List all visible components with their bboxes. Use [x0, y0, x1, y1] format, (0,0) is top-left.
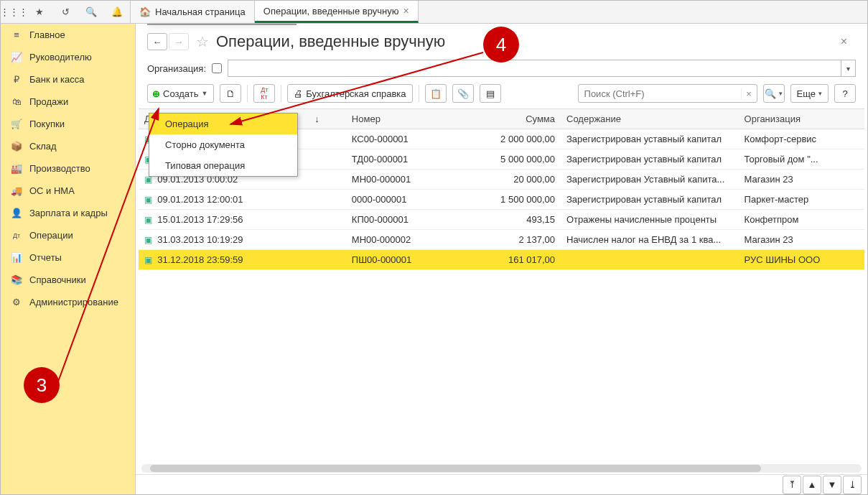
org-input[interactable]: [228, 60, 841, 76]
back-button[interactable]: ←: [147, 33, 167, 50]
more-label: Еще: [797, 88, 816, 99]
refresh-icon: 🗋: [226, 88, 235, 99]
page-title: Операции, введенные вручную: [216, 32, 445, 51]
sidebar-item-operations[interactable]: ДтОперации: [1, 224, 135, 246]
main-content: ← → ☆ Операции, введенные вручную × Орга…: [136, 24, 867, 494]
sidebar-item-warehouse[interactable]: 📦Склад: [1, 135, 135, 157]
nav-up-button[interactable]: ▲: [803, 476, 821, 494]
window-topbar: ⋮⋮⋮ ★ ↺ 🔍 🔔 🏠 Начальная страница Операци…: [1, 1, 867, 24]
col-sort[interactable]: ↓: [309, 109, 346, 129]
tab-home[interactable]: 🏠 Начальная страница: [131, 1, 255, 23]
print-button[interactable]: 🖨 Бухгалтерская справка: [287, 84, 412, 103]
sidebar-label: Справочники: [29, 274, 86, 285]
favorite-icon[interactable]: ☆: [196, 33, 209, 50]
print-icon: 🖨: [294, 88, 303, 99]
col-sum[interactable]: Сумма: [449, 109, 561, 129]
col-desc[interactable]: Содержание: [561, 109, 739, 129]
books-icon: 📚: [11, 274, 22, 285]
sidebar-item-assets[interactable]: 🚚ОС и НМА: [1, 180, 135, 202]
attach-button[interactable]: 📎: [452, 84, 474, 103]
table-row[interactable]: ▣ 09.01.2013 12:00:010000-0000011 500 00…: [139, 190, 864, 210]
help-button[interactable]: ?: [834, 84, 856, 103]
sidebar-item-main[interactable]: ≡Главное: [1, 24, 135, 46]
gear-icon: ⚙: [11, 297, 22, 307]
menu-icon: ≡: [11, 29, 22, 40]
nav-first-button[interactable]: ⤒: [783, 476, 801, 494]
search-input[interactable]: [579, 88, 741, 99]
nav-last-button[interactable]: ⤓: [843, 476, 862, 494]
chevron-down-icon[interactable]: ▾: [841, 60, 855, 76]
sidebar-label: Склад: [29, 141, 57, 152]
sidebar-label: Производство: [29, 163, 90, 174]
sidebar-item-production[interactable]: 🏭Производство: [1, 157, 135, 180]
cart-icon: 🛒: [11, 119, 22, 129]
truck-icon: 🚚: [11, 185, 22, 196]
sidebar-label: Продажи: [29, 96, 68, 107]
create-button[interactable]: ⊕ Создать ▼: [147, 84, 214, 103]
sidebar-item-payroll[interactable]: 👤Зарплата и кадры: [1, 202, 135, 224]
col-org[interactable]: Организация: [739, 109, 850, 129]
create-label: Создать: [163, 88, 198, 99]
copy-icon: 📋: [430, 88, 442, 99]
sidebar-item-sales[interactable]: 🛍Продажи: [1, 91, 135, 113]
factory-icon: 🏭: [11, 163, 22, 174]
search-button[interactable]: 🔍▾: [763, 84, 785, 103]
horizontal-scrollbar[interactable]: [141, 464, 862, 473]
dtkt-icon: Дт: [11, 232, 22, 239]
toolbar: ⊕ Создать ▼ 🗋 ДтКт 🖨 Бухгалтерская справ…: [136, 84, 867, 108]
bars-icon: 📊: [11, 252, 22, 263]
annotation-callout-4: 4: [483, 27, 519, 63]
sidebar-item-reports[interactable]: 📊Отчеты: [1, 246, 135, 269]
dtkt-button[interactable]: ДтКт: [253, 84, 275, 103]
separator: [247, 85, 248, 102]
forward-button[interactable]: →: [169, 33, 189, 50]
sidebar-item-manager[interactable]: 📈Руководителю: [1, 46, 135, 68]
clear-icon[interactable]: ×: [741, 88, 757, 99]
close-icon[interactable]: ×: [403, 5, 409, 17]
history-icon[interactable]: ↺: [52, 1, 78, 24]
org-checkbox[interactable]: [212, 63, 222, 73]
close-icon[interactable]: ×: [841, 35, 856, 48]
separator: [419, 85, 419, 102]
refresh-button[interactable]: 🗋: [220, 84, 241, 103]
sidebar-item-ref[interactable]: 📚Справочники: [1, 269, 135, 291]
sidebar-item-purchases[interactable]: 🛒Покупки: [1, 113, 135, 135]
table-row[interactable]: ▣ 31.12.2018 23:59:59ПШ00-000001161 017,…: [139, 250, 864, 270]
topbar-icons: ⋮⋮⋮ ★ ↺ 🔍 🔔: [1, 1, 131, 23]
annotation-callout-3: 3: [24, 367, 60, 403]
nav-down-button[interactable]: ▼: [823, 476, 841, 494]
list-icon: ▤: [486, 88, 495, 99]
tab-label: Операции, введенные вручную: [263, 6, 399, 17]
star-icon[interactable]: ★: [27, 1, 52, 24]
bag-icon: 🛍: [11, 96, 22, 107]
tabs: 🏠 Начальная страница Операции, введенные…: [131, 1, 419, 23]
menu-item-storno[interactable]: Сторно документа: [149, 134, 297, 155]
table-row[interactable]: ▣ 31.03.2013 10:19:29МН00-0000022 137,00…: [139, 230, 864, 250]
sidebar-item-bank[interactable]: ₽Банк и касса: [1, 68, 135, 91]
col-number[interactable]: Номер: [346, 109, 449, 129]
menu-item-template[interactable]: Типовая операция: [149, 155, 297, 176]
chevron-down-icon: ▾: [818, 90, 822, 97]
table-row[interactable]: ▣ 15.01.2013 17:29:56КП00-000001493,15От…: [139, 210, 864, 230]
copy-button[interactable]: 📋: [425, 84, 447, 103]
print-label: Бухгалтерская справка: [306, 88, 406, 99]
tab-operations[interactable]: Операции, введенные вручную ×: [255, 1, 419, 23]
list-button[interactable]: ▤: [480, 84, 501, 103]
more-button[interactable]: Еще▾: [790, 84, 829, 103]
ruble-icon: ₽: [11, 74, 22, 85]
sidebar-label: ОС и НМА: [29, 185, 75, 196]
document-icon: ▣: [144, 255, 152, 265]
search-icon[interactable]: 🔍: [78, 1, 104, 24]
chevron-down-icon: ▾: [779, 90, 783, 97]
bell-icon[interactable]: 🔔: [104, 1, 130, 24]
menu-item-operation[interactable]: Операция: [149, 114, 297, 134]
sidebar-label: Банк и касса: [29, 74, 85, 85]
search-icon: 🔍: [765, 88, 776, 99]
sidebar: ≡Главное 📈Руководителю ₽Банк и касса 🛍Пр…: [1, 24, 136, 494]
col-extra[interactable]: [849, 109, 864, 129]
grid-nav: ⤒ ▲ ▼ ⤓: [136, 474, 867, 494]
sidebar-label: Администрирование: [29, 297, 118, 307]
create-dropdown: Операция Сторно документа Типовая операц…: [149, 113, 298, 177]
apps-icon[interactable]: ⋮⋮⋮: [1, 1, 27, 24]
sidebar-item-admin[interactable]: ⚙Администрирование: [1, 291, 135, 313]
